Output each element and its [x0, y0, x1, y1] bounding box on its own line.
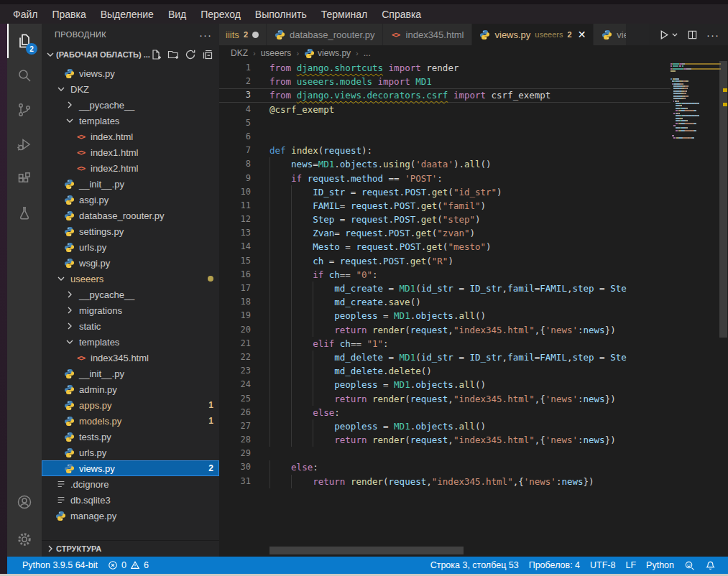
code-line-18[interactable]: 18 md_create.save() [219, 295, 671, 309]
tab-views.py[interactable]: views.pyuseeers2✕ [472, 24, 594, 45]
menu-item-2[interactable]: Выделение [93, 4, 161, 24]
tree-item-tests.py[interactable]: tests.py [42, 429, 219, 445]
menu-item-4[interactable]: Переход [193, 4, 248, 24]
minimap[interactable] [671, 63, 721, 140]
problems-status[interactable]: 0 6 [103, 557, 154, 574]
run-debug-icon[interactable] [7, 127, 42, 162]
tree-item-__pycache__[interactable]: __pycache__ [42, 287, 219, 302]
tree-item-templates[interactable]: templates [42, 334, 219, 350]
tree-item-manage.py[interactable]: manage.py [42, 508, 219, 524]
account-icon[interactable] [7, 485, 42, 519]
tree-item-index.html[interactable]: <>index.html [42, 129, 219, 144]
tree-item-settings.py[interactable]: settings.py [42, 223, 219, 239]
tab-vie[interactable]: vie [594, 24, 627, 45]
tab-index345.html[interactable]: <>index345.html [383, 24, 472, 45]
code-line-6[interactable]: 6 [219, 130, 671, 144]
code-line-16[interactable]: 16 if ch== "0": [219, 268, 671, 282]
tree-item-__init__.py[interactable]: __init__.py [42, 176, 219, 192]
tree-item-wsgi.py[interactable]: wsgi.py [42, 255, 219, 271]
horizontal-scrollbar-thumb[interactable] [269, 547, 464, 554]
tree-item-database_roouter.py[interactable]: database_roouter.py [42, 208, 219, 223]
indentation-status[interactable]: Пробелов: 4 [524, 557, 585, 574]
code-line-28[interactable]: 28 return render(request,"index345.html"… [219, 433, 671, 447]
collapse-all-icon[interactable] [202, 49, 213, 60]
code-line-4[interactable]: 4@csrf_exempt [219, 103, 671, 116]
outline-section-header[interactable]: СТРУКТУРА [42, 540, 219, 557]
code-line-2[interactable]: 2from useeers.models import MD1 [219, 75, 671, 88]
notifications-bell-icon[interactable] [700, 557, 721, 574]
tree-item-views.py[interactable]: views.py2 [42, 460, 219, 476]
menu-item-0[interactable]: Файл [6, 4, 45, 24]
code-line-5[interactable]: 5 [219, 116, 671, 130]
tree-item-__init__.py[interactable]: __init__.py [42, 366, 219, 381]
split-editor-button[interactable] [687, 29, 698, 40]
new-folder-icon[interactable] [167, 49, 179, 60]
code-line-29[interactable]: 29 [219, 447, 671, 460]
explorer-icon[interactable]: 2 [7, 24, 42, 58]
code-line-12[interactable]: 12 Step = request.POST.get("step") [219, 213, 671, 226]
code-line-7[interactable]: 7def index(request): [219, 144, 671, 157]
tree-item-.dcignore[interactable]: .dcignore [42, 476, 219, 492]
code-line-25[interactable]: 25 return render(request,"index345.html"… [219, 392, 671, 406]
tree-item-templates[interactable]: templates [42, 113, 219, 129]
python-interpreter-status[interactable]: Python 3.9.5 64-bit [17, 557, 103, 574]
code-line-20[interactable]: 20 return render(request,"index345.html"… [219, 323, 671, 337]
tree-item-urls.py[interactable]: urls.py [42, 239, 219, 255]
code-line-27[interactable]: 27 peopless = MD1.objects.all() [219, 419, 671, 433]
new-file-icon[interactable] [150, 49, 162, 60]
search-icon[interactable] [7, 58, 42, 93]
encoding-status[interactable]: UTF-8 [585, 557, 620, 574]
code-line-9[interactable]: 9 if request.method == 'POST': [219, 172, 671, 185]
tree-item-static[interactable]: static [42, 318, 219, 334]
sidebar-more-actions-icon[interactable]: ··· [199, 29, 212, 41]
settings-icon[interactable] [7, 522, 42, 557]
code-line-1[interactable]: 1from django.shortcuts import render [219, 61, 671, 75]
tree-item-admin.py[interactable]: admin.py [42, 381, 219, 397]
tree-item-db.sqlite3[interactable]: db.sqlite3 [42, 492, 219, 508]
language-mode-status[interactable]: Python [641, 557, 679, 574]
code-line-22[interactable]: 22 md_delete = MD1(id_str = ID_str,famil… [219, 350, 671, 364]
extensions-icon[interactable] [7, 162, 42, 196]
vertical-scrollbar[interactable] [719, 61, 728, 548]
breadcrumb-item-3[interactable]: ... [364, 48, 371, 58]
cursor-position-status[interactable]: Строка 3, столбец 53 [425, 557, 524, 574]
code-line-17[interactable]: 17 md_create = MD1(id_str = ID_str,famil… [219, 282, 671, 295]
tree-item-migrations[interactable]: migrations [42, 302, 219, 318]
eol-status[interactable]: LF [620, 557, 641, 574]
more-actions-button[interactable]: ··· [706, 29, 719, 41]
run-button[interactable] [658, 29, 678, 41]
code-line-26[interactable]: 26 else: [219, 406, 671, 419]
menu-item-7[interactable]: Справка [374, 4, 428, 24]
tree-item-useeers[interactable]: useeers [42, 271, 219, 287]
menu-item-6[interactable]: Терминал [314, 4, 374, 24]
tree-item-views.py[interactable]: views.py [42, 65, 219, 81]
code-line-31[interactable]: 31 return render(request,"index345.html"… [219, 475, 671, 488]
code-line-30[interactable]: 30 else: [219, 460, 671, 474]
testing-icon[interactable] [7, 196, 42, 231]
code-line-24[interactable]: 24 peopless = MD1.objects.all() [219, 378, 671, 391]
breadcrumb-item-0[interactable]: DKZ [231, 48, 248, 58]
code-line-19[interactable]: 19 peopless = MD1.objects.all() [219, 309, 671, 322]
menu-item-3[interactable]: Вид [161, 4, 193, 24]
tree-item-asgi.py[interactable]: asgi.py [42, 192, 219, 208]
code-line-23[interactable]: 23 md_delete.delete() [219, 364, 671, 378]
code-line-11[interactable]: 11 FAMIL= request.POST.get("famil") [219, 199, 671, 213]
tab-database_roouter.py[interactable]: database_roouter.py [267, 24, 383, 45]
tree-item-DKZ[interactable]: DKZ [42, 81, 219, 97]
tree-item-index345.html[interactable]: <>index345.html [42, 350, 219, 366]
breadcrumb-item-1[interactable]: useeers [261, 48, 292, 58]
tree-item-__pycache__[interactable]: __pycache__ [42, 97, 219, 113]
menu-item-5[interactable]: Выполнить [248, 4, 314, 24]
code-line-15[interactable]: 15 ch = request.POST.get("R") [219, 254, 671, 268]
code-line-3[interactable]: 3from django.views.decorators.csrf impor… [219, 88, 671, 102]
workspace-section-header[interactable]: (РАБОЧАЯ ОБЛАСТЬ) ... [42, 45, 219, 63]
code-editor[interactable]: 1from django.shortcuts import render2fro… [219, 61, 671, 548]
tree-item-apps.py[interactable]: apps.py1 [42, 397, 219, 413]
code-line-14[interactable]: 14 Mesto = request.POST.get("mesto") [219, 240, 671, 254]
tree-item-index2.html[interactable]: <>index2.html [42, 160, 219, 176]
feedback-icon[interactable] [679, 557, 700, 574]
code-line-10[interactable]: 10 ID_str = request.POST.get("id_str") [219, 185, 671, 199]
menu-item-1[interactable]: Правка [45, 4, 93, 24]
breadcrumb-item-2[interactable]: views.py [304, 48, 351, 59]
tree-item-urls.py[interactable]: urls.py [42, 445, 219, 460]
